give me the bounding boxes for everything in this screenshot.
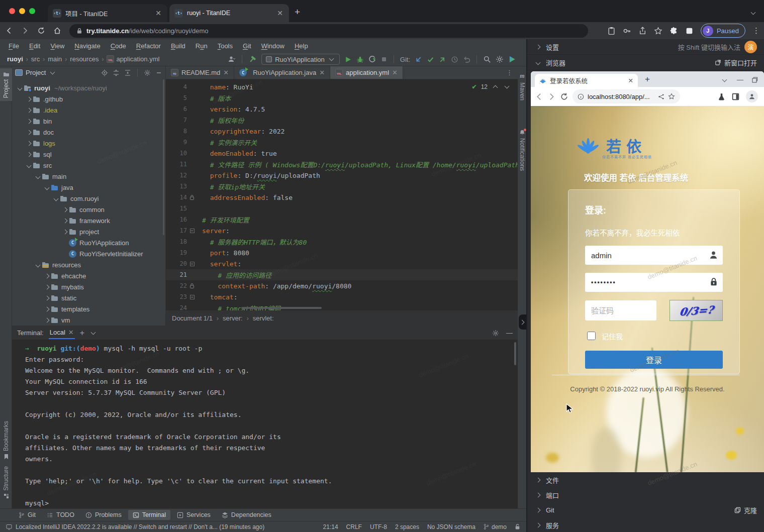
tab-close-icon[interactable]: ✕ [276,9,284,17]
tree-item-ehcache[interactable]: ehcache [12,270,165,281]
home-icon[interactable] [50,24,64,38]
tree-item-mybatis[interactable]: mybatis [12,281,165,292]
embedded-bookmark-star-icon[interactable] [668,93,675,100]
editor-tab-ruoyiapplication-java[interactable]: CRuoYiApplication.java✕ [234,66,330,79]
tree-chevron-icon[interactable] [27,152,32,157]
username-input[interactable] [585,246,723,265]
git-commit-icon[interactable] [427,56,434,63]
tool-button-bookmarks[interactable]: Bookmarks [0,418,12,463]
toolwindow-todo[interactable]: TODO [42,510,79,520]
hide-panel-icon[interactable] [155,69,162,76]
git-branch-widget[interactable]: demo [484,523,507,530]
embedded-address-bar[interactable]: localhost:8080/app/... [572,89,680,103]
git-update-icon[interactable] [415,56,422,63]
run-configuration-select[interactable]: RuoYiApplication [261,54,340,65]
tree-item-static[interactable]: static [12,292,165,303]
section-services[interactable]: 服务 [527,517,764,532]
embedded-tab[interactable]: 登录若依系统 ✕ [535,74,638,87]
tree-chevron-icon[interactable] [45,185,50,190]
tree-item-java[interactable]: java [12,182,165,193]
menu-tools[interactable]: Tools [213,41,237,51]
code-editor[interactable]: ✔ 12 4 name: RuoYi5 # 版本6 version: 4.7.5… [166,79,518,310]
collapse-all-icon[interactable] [124,69,131,76]
new-terminal-icon[interactable]: + [80,329,84,338]
tree-chevron-icon[interactable] [45,273,50,278]
breadcrumb-item[interactable]: main [48,55,62,63]
user-icon[interactable] [228,55,236,63]
back-icon[interactable] [2,24,16,38]
code-line-18[interactable]: 18 # 服务器的HTTP端口，默认为80 [166,236,518,247]
tree-item-templates[interactable]: templates [12,303,165,314]
code-line-13[interactable]: 13 # 获取ip地址开关 [166,181,518,192]
tool-button-structure[interactable]: Structure [0,463,12,502]
tree-chevron-icon[interactable] [36,262,41,267]
code-line-4[interactable]: 4 name: RuoYi [166,81,518,92]
embedded-restore-icon[interactable] [752,77,758,83]
terminal-output[interactable]: → ruoyi git:(demo) mysql -h mysql -u roo… [12,340,518,510]
menu-run[interactable]: Run [191,41,212,51]
menu-git[interactable]: Git [238,41,256,51]
editor-tab-application-yml[interactable]: YMLapplication.yml✕ [330,66,403,79]
browser-tab-1[interactable]: ‹t› 项目 - TitanIDE ✕ [48,4,167,22]
tool-button-notifications[interactable]: Notifications [518,127,527,174]
tree-item--github[interactable]: .github [12,93,165,104]
editor-tab-close-icon[interactable]: ✕ [319,69,325,76]
section-files[interactable]: 文件 [527,472,764,487]
section-ports[interactable]: 端口 [527,487,764,502]
menu-refactor[interactable]: Refactor [132,41,165,51]
toolwindow-terminal[interactable]: Terminal [128,510,170,520]
code-line-17[interactable]: 17−server: [166,225,518,236]
tree-scrollbar[interactable] [163,79,164,235]
tree-chevron-icon[interactable] [27,130,32,135]
code-line-6[interactable]: 6 version: 4.7.5 [166,103,518,115]
tree-item-bin[interactable]: bin [12,116,165,127]
code-line-16[interactable]: 16# 开发环境配置 [166,214,518,225]
tab-close-icon[interactable]: ✕ [154,9,162,17]
beaker-icon[interactable] [718,93,725,100]
code-line-15[interactable]: 15 [166,203,518,214]
code-line-10[interactable]: 10 demoEnabled: true [166,148,518,159]
editor-tab-close-icon[interactable]: ✕ [223,69,229,76]
code-line-12[interactable]: 12 profile: D:/ruoyi/uploadPath [166,170,518,181]
code-line-22[interactable]: 22 context-path: /app/demo/ruoyi/8080 [166,280,518,291]
gutter-icon[interactable]: − [189,228,195,234]
embedded-side-panel-icon[interactable] [732,93,739,100]
expand-all-icon[interactable] [113,69,120,76]
embedded-reload-icon[interactable] [560,92,568,101]
tree-chevron-icon[interactable] [54,196,59,201]
gutter-icon[interactable]: − [189,294,195,300]
menu-edit[interactable]: Edit [25,41,45,51]
address-bar[interactable]: try.titanide.cn/ide/web/coding/ruoyi/dem… [69,24,588,38]
tool-button-project[interactable]: Project [0,68,12,101]
captcha-input[interactable] [585,300,656,321]
tree-item-vm[interactable]: vm [12,314,165,326]
status-message[interactable]: Localized IntelliJ IDEA 2022.2.2 is avai… [6,523,264,530]
tree-item-resources[interactable]: resources [12,259,165,270]
remember-me[interactable]: 记住我 [585,330,723,342]
tree-chevron-icon[interactable] [18,85,23,90]
section-settings[interactable]: 设置 按 Shift 键切换输入法 演 [527,39,764,55]
login-button[interactable]: 登录 [585,351,723,369]
code-line-21[interactable]: 21 # 应用的访问路径 [166,269,518,280]
editor-breadcrumb-item[interactable]: server: [223,314,243,322]
code-line-14[interactable]: 14 addressEnabled: false [166,192,518,203]
clone-button[interactable]: 克隆 [734,505,757,515]
menu-code[interactable]: Code [106,41,131,51]
tree-item-ruoyiservletinitializer[interactable]: CRuoYiServletInitializer [12,248,165,259]
tree-item-src[interactable]: src [12,160,165,171]
breadcrumb-item[interactable]: YMLapplication.yml [107,55,159,63]
gutter-icon[interactable]: − [189,261,195,267]
tree-item--idea[interactable]: .idea [12,104,165,116]
panel-expand-handle[interactable] [519,314,526,330]
editor-tab-readme-md[interactable]: MDREADME.md✕ [166,66,234,79]
tree-chevron-icon[interactable] [45,284,50,289]
code-line-19[interactable]: 19 port: 8080 [166,247,518,258]
reload-icon[interactable] [34,24,48,38]
editor-breadcrumb-item[interactable]: servlet: [253,314,274,322]
captcha-image[interactable]: 0/3=? [670,300,723,321]
tree-chevron-icon[interactable] [63,207,68,212]
demo-badge[interactable]: 演 [744,41,757,53]
tree-chevron-icon[interactable] [27,141,32,146]
profile-button[interactable]: J Paused [701,24,745,38]
tree-chevron-icon[interactable] [63,218,68,223]
